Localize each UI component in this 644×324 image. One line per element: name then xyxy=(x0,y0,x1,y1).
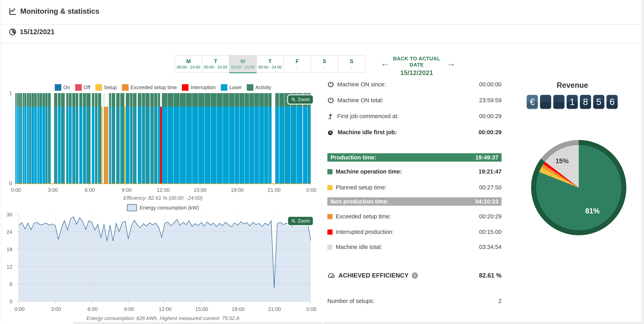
timeline-x-4: 12:00 xyxy=(157,187,170,193)
stat-number-of-setups: Number of setups:2 xyxy=(327,298,502,304)
time-share-pie-chart[interactable] xyxy=(527,136,630,239)
operation-swatch xyxy=(327,169,332,174)
legend-item-laser: Laser xyxy=(221,84,242,91)
timeline-x-8: 0:00 xyxy=(306,187,316,193)
timeline-x-3: 9:00 xyxy=(122,187,132,193)
energy-legend-label: Energy consumption (kW) xyxy=(140,205,199,211)
energy-consumption-chart[interactable] xyxy=(19,214,311,301)
gauge-icon xyxy=(327,272,335,279)
exceeded-swatch xyxy=(122,84,128,91)
stat-planned-setup-time: Planned setup time:00:27:50 xyxy=(327,184,502,191)
nav-current-date: 15/12/2021 xyxy=(388,69,446,77)
monitoring-page: Monitoring & statistics 15/12/2021 M06:0… xyxy=(0,0,644,324)
interrupted-swatch xyxy=(327,229,332,235)
energy-y-6: 6 xyxy=(10,281,12,287)
revenue-digit-tile: 1 xyxy=(566,95,578,109)
tab-monday[interactable]: M06:00 - 24:00 xyxy=(175,55,202,73)
page-title: Monitoring & statistics xyxy=(20,7,100,16)
revenue-title: Revenue xyxy=(527,81,618,90)
timeline-x-5: 15:00 xyxy=(194,187,206,193)
stat-idle-first-job: zz Machine idle first job:00:00:29 xyxy=(327,129,502,136)
timeline-x-7: 21:00 xyxy=(268,187,280,193)
energy-swatch xyxy=(127,204,137,211)
next-day-arrow[interactable]: → xyxy=(446,59,456,68)
pie-label-idle: 15% xyxy=(556,157,568,165)
stat-machine-on-since: Machine ON since:00:00:00 xyxy=(327,81,502,88)
on-swatch xyxy=(55,84,61,91)
revenue-digit-tile: 5 xyxy=(593,95,604,109)
energy-y-12: 12 xyxy=(6,264,12,270)
timeline-x-1: 3:00 xyxy=(48,187,58,193)
tab-tuesday[interactable]: T00:00 - 24:00 xyxy=(202,55,229,73)
timeline-x-0: 0:00 xyxy=(11,187,21,193)
legend-item-off: Off xyxy=(75,84,90,91)
line-chart-icon xyxy=(9,7,17,16)
idle-total-swatch xyxy=(327,245,332,250)
energy-x-3: 9:00 xyxy=(124,306,134,312)
exceeded-setup-swatch xyxy=(327,214,332,219)
divider xyxy=(0,24,644,25)
energy-x-7: 21:00 xyxy=(268,306,281,312)
off-swatch xyxy=(75,84,82,91)
magnifier-plus-icon xyxy=(291,219,296,223)
legend-item-exceeded: Exceeded setup time xyxy=(122,84,177,91)
energy-x-5: 15:00 xyxy=(195,306,208,312)
info-icon[interactable]: i xyxy=(412,272,418,279)
pie-label-operation: 81% xyxy=(585,207,600,215)
stat-exceeded-setup-time: Exceeded setup time:00:20:29 xyxy=(327,213,502,220)
energy-caption: Energy consumption: 626 kWh, Highest mea… xyxy=(15,315,311,321)
energy-x-1: 3:00 xyxy=(51,306,61,312)
energy-x-0: 0:00 xyxy=(14,306,24,312)
back-to-actual-date[interactable]: BACK TO ACTUAL DATE 15/12/2021 xyxy=(388,56,446,77)
stat-achieved-efficiency: ACHIEVED EFFICIENCY i 82.61 % xyxy=(327,272,502,279)
timeline-y-max: 1 xyxy=(9,90,12,97)
energy-x-2: 6:00 xyxy=(88,306,98,312)
page-scrollbar[interactable] xyxy=(642,0,644,324)
efficiency-caption: Efficiency: 82.61 % (00:00 - 24:00) xyxy=(15,195,311,201)
setup-swatch xyxy=(96,84,102,91)
revenue-currency-tile: € xyxy=(527,95,538,109)
revenue-digit-tile xyxy=(553,95,564,109)
machine-state-timeline-chart[interactable] xyxy=(15,93,311,184)
legend-item-setup: Setup xyxy=(96,84,117,91)
legend-item-interruption: Interruption xyxy=(182,84,216,91)
production-time-bar: Production time:19:49:37 xyxy=(327,153,502,162)
energy-y-24: 24 xyxy=(6,229,12,235)
tab-saturday[interactable]: S- xyxy=(311,55,338,73)
next-row-cards-top xyxy=(0,322,644,324)
magnifier-plus-icon xyxy=(291,97,296,102)
energy-y-30: 30 xyxy=(6,212,12,218)
energy-zoom-button[interactable]: Zoom xyxy=(288,217,313,225)
timeline-x-2: 6:00 xyxy=(85,187,95,193)
next-row-gap xyxy=(0,322,74,324)
tab-thursday[interactable]: T00:00 - 24:00 xyxy=(256,55,284,73)
tab-friday[interactable]: F- xyxy=(284,55,311,73)
card-left-border xyxy=(1,0,2,324)
tab-wednesday-selected[interactable]: W00:00 - 24:00 xyxy=(229,55,256,73)
non-production-time-bar: Non production time:04:10:23 xyxy=(327,197,502,206)
laser-swatch xyxy=(221,84,227,91)
revenue-digit-tile: 6 xyxy=(606,95,618,109)
timeline-y-min: 0 xyxy=(9,180,12,186)
pie-chart-icon xyxy=(9,28,17,36)
date-row: 15/12/2021 xyxy=(9,28,54,36)
timeline-zoom-button[interactable]: Zoom xyxy=(288,95,313,104)
revenue-digit-tile: 8 xyxy=(580,95,591,109)
timeline-legend: On Off Setup Exceeded setup time Interru… xyxy=(15,84,311,91)
stat-interrupted-production: Interrupted production:00:15:00 xyxy=(327,229,502,235)
energy-x-6: 18:00 xyxy=(232,306,244,312)
timeline-x-6: 18:00 xyxy=(231,187,244,193)
energy-y-18: 18 xyxy=(6,246,12,252)
activity-swatch xyxy=(247,84,253,91)
planned-setup-swatch xyxy=(327,185,332,190)
power-icon xyxy=(327,81,334,88)
energy-x-8: 0:00 xyxy=(306,306,316,312)
svg-text:z: z xyxy=(333,129,334,130)
job-start-arrow-icon xyxy=(327,113,334,120)
tab-sunday[interactable]: S- xyxy=(338,55,365,73)
divider xyxy=(0,43,644,43)
legend-item-on: On xyxy=(55,84,70,91)
page-title-row: Monitoring & statistics xyxy=(9,7,100,16)
idle-clock-icon: zz xyxy=(327,129,334,136)
back-to-actual-date-label: BACK TO ACTUAL DATE xyxy=(388,56,446,68)
